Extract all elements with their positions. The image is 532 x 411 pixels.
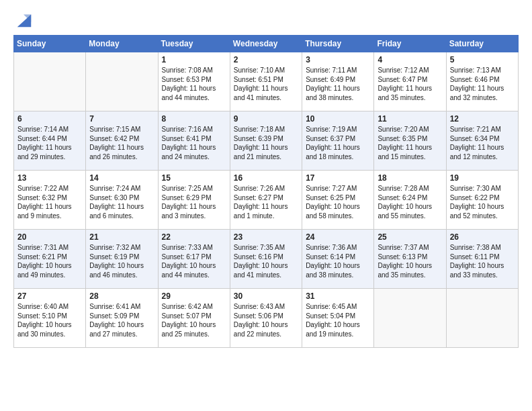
day-info: Sunrise: 7:25 AM Sunset: 6:29 PM Dayligh… <box>162 184 226 220</box>
calendar-cell <box>374 289 446 348</box>
weekday-header-monday: Monday <box>86 36 158 52</box>
day-info: Sunrise: 7:27 AM Sunset: 6:25 PM Dayligh… <box>306 184 370 220</box>
logo-icon <box>15 11 34 30</box>
day-info: Sunrise: 7:11 AM Sunset: 6:49 PM Dayligh… <box>306 66 370 102</box>
calendar-cell: 4Sunrise: 7:12 AM Sunset: 6:47 PM Daylig… <box>374 52 446 111</box>
calendar-cell <box>446 289 518 348</box>
day-number: 10 <box>306 114 370 124</box>
calendar-cell: 13Sunrise: 7:22 AM Sunset: 6:32 PM Dayli… <box>14 171 86 230</box>
day-info: Sunrise: 7:30 AM Sunset: 6:22 PM Dayligh… <box>450 184 515 220</box>
day-number: 5 <box>450 55 515 64</box>
calendar-cell: 26Sunrise: 7:38 AM Sunset: 6:11 PM Dayli… <box>446 230 518 289</box>
calendar: SundayMondayTuesdayWednesdayThursdayFrid… <box>13 35 519 348</box>
calendar-cell: 2Sunrise: 7:10 AM Sunset: 6:51 PM Daylig… <box>230 52 302 111</box>
calendar-cell: 28Sunrise: 6:41 AM Sunset: 5:09 PM Dayli… <box>86 289 158 348</box>
day-info: Sunrise: 6:42 AM Sunset: 5:07 PM Dayligh… <box>162 302 226 338</box>
day-number: 21 <box>89 232 154 242</box>
day-number: 23 <box>234 232 298 242</box>
calendar-cell: 6Sunrise: 7:14 AM Sunset: 6:44 PM Daylig… <box>14 111 86 171</box>
calendar-cell: 1Sunrise: 7:08 AM Sunset: 6:53 PM Daylig… <box>158 52 230 111</box>
calendar-cell: 24Sunrise: 7:36 AM Sunset: 6:14 PM Dayli… <box>302 230 374 289</box>
day-number: 11 <box>378 114 442 124</box>
calendar-cell: 29Sunrise: 6:42 AM Sunset: 5:07 PM Dayli… <box>158 289 230 348</box>
day-info: Sunrise: 7:22 AM Sunset: 6:32 PM Dayligh… <box>17 184 82 220</box>
day-number: 2 <box>234 55 298 64</box>
calendar-cell: 16Sunrise: 7:26 AM Sunset: 6:27 PM Dayli… <box>230 171 302 230</box>
day-info: Sunrise: 7:08 AM Sunset: 6:53 PM Dayligh… <box>162 66 226 102</box>
day-number: 24 <box>306 232 370 242</box>
day-number: 4 <box>378 55 442 64</box>
calendar-cell <box>86 52 158 111</box>
day-number: 17 <box>306 173 370 183</box>
day-number: 20 <box>17 232 82 242</box>
calendar-cell <box>14 52 86 111</box>
day-info: Sunrise: 7:18 AM Sunset: 6:39 PM Dayligh… <box>234 125 298 161</box>
day-number: 27 <box>17 291 82 301</box>
day-info: Sunrise: 6:43 AM Sunset: 5:06 PM Dayligh… <box>234 302 298 338</box>
calendar-cell: 19Sunrise: 7:30 AM Sunset: 6:22 PM Dayli… <box>446 171 518 230</box>
calendar-cell: 11Sunrise: 7:20 AM Sunset: 6:35 PM Dayli… <box>374 111 446 171</box>
calendar-cell: 10Sunrise: 7:19 AM Sunset: 6:37 PM Dayli… <box>302 111 374 171</box>
weekday-header-row: SundayMondayTuesdayWednesdayThursdayFrid… <box>14 36 519 52</box>
day-info: Sunrise: 7:13 AM Sunset: 6:46 PM Dayligh… <box>450 66 515 102</box>
day-info: Sunrise: 7:32 AM Sunset: 6:19 PM Dayligh… <box>89 243 154 279</box>
calendar-cell: 31Sunrise: 6:45 AM Sunset: 5:04 PM Dayli… <box>302 289 374 348</box>
day-info: Sunrise: 7:20 AM Sunset: 6:35 PM Dayligh… <box>378 125 442 161</box>
calendar-week-5: 27Sunrise: 6:40 AM Sunset: 5:10 PM Dayli… <box>14 289 519 348</box>
calendar-cell: 22Sunrise: 7:33 AM Sunset: 6:17 PM Dayli… <box>158 230 230 289</box>
day-number: 30 <box>234 291 298 301</box>
day-number: 22 <box>162 232 226 242</box>
day-info: Sunrise: 7:21 AM Sunset: 6:34 PM Dayligh… <box>450 125 515 161</box>
calendar-cell: 5Sunrise: 7:13 AM Sunset: 6:46 PM Daylig… <box>446 52 518 111</box>
calendar-cell: 3Sunrise: 7:11 AM Sunset: 6:49 PM Daylig… <box>302 52 374 111</box>
calendar-week-2: 6Sunrise: 7:14 AM Sunset: 6:44 PM Daylig… <box>14 111 519 171</box>
calendar-week-1: 1Sunrise: 7:08 AM Sunset: 6:53 PM Daylig… <box>14 52 519 111</box>
day-info: Sunrise: 6:40 AM Sunset: 5:10 PM Dayligh… <box>17 302 82 338</box>
calendar-cell: 7Sunrise: 7:15 AM Sunset: 6:42 PM Daylig… <box>86 111 158 171</box>
calendar-week-4: 20Sunrise: 7:31 AM Sunset: 6:21 PM Dayli… <box>14 230 519 289</box>
calendar-cell: 14Sunrise: 7:24 AM Sunset: 6:30 PM Dayli… <box>86 171 158 230</box>
day-info: Sunrise: 7:14 AM Sunset: 6:44 PM Dayligh… <box>17 125 82 161</box>
day-info: Sunrise: 7:28 AM Sunset: 6:24 PM Dayligh… <box>378 184 442 220</box>
calendar-cell: 9Sunrise: 7:18 AM Sunset: 6:39 PM Daylig… <box>230 111 302 171</box>
day-info: Sunrise: 7:36 AM Sunset: 6:14 PM Dayligh… <box>306 243 370 279</box>
day-number: 25 <box>378 232 442 242</box>
day-info: Sunrise: 6:45 AM Sunset: 5:04 PM Dayligh… <box>306 302 370 338</box>
day-number: 1 <box>162 55 226 64</box>
day-number: 29 <box>162 291 226 301</box>
day-number: 9 <box>234 114 298 124</box>
day-info: Sunrise: 7:38 AM Sunset: 6:11 PM Dayligh… <box>450 243 515 279</box>
day-info: Sunrise: 7:37 AM Sunset: 6:13 PM Dayligh… <box>378 243 442 279</box>
calendar-cell: 20Sunrise: 7:31 AM Sunset: 6:21 PM Dayli… <box>14 230 86 289</box>
calendar-cell: 12Sunrise: 7:21 AM Sunset: 6:34 PM Dayli… <box>446 111 518 171</box>
day-number: 28 <box>89 291 154 301</box>
day-number: 12 <box>450 114 515 124</box>
calendar-cell: 15Sunrise: 7:25 AM Sunset: 6:29 PM Dayli… <box>158 171 230 230</box>
logo <box>13 11 34 30</box>
calendar-cell: 23Sunrise: 7:35 AM Sunset: 6:16 PM Dayli… <box>230 230 302 289</box>
day-number: 18 <box>378 173 442 183</box>
day-number: 26 <box>450 232 515 242</box>
calendar-cell: 21Sunrise: 7:32 AM Sunset: 6:19 PM Dayli… <box>86 230 158 289</box>
day-info: Sunrise: 7:12 AM Sunset: 6:47 PM Dayligh… <box>378 66 442 102</box>
weekday-header-thursday: Thursday <box>302 36 374 52</box>
day-number: 7 <box>89 114 154 124</box>
day-info: Sunrise: 7:31 AM Sunset: 6:21 PM Dayligh… <box>17 243 82 279</box>
calendar-cell: 25Sunrise: 7:37 AM Sunset: 6:13 PM Dayli… <box>374 230 446 289</box>
day-number: 19 <box>450 173 515 183</box>
day-number: 8 <box>162 114 226 124</box>
calendar-cell: 30Sunrise: 6:43 AM Sunset: 5:06 PM Dayli… <box>230 289 302 348</box>
day-number: 6 <box>17 114 82 124</box>
weekday-header-tuesday: Tuesday <box>158 36 230 52</box>
calendar-cell: 18Sunrise: 7:28 AM Sunset: 6:24 PM Dayli… <box>374 171 446 230</box>
calendar-cell: 8Sunrise: 7:16 AM Sunset: 6:41 PM Daylig… <box>158 111 230 171</box>
day-number: 3 <box>306 55 370 64</box>
weekday-header-sunday: Sunday <box>14 36 86 52</box>
calendar-week-3: 13Sunrise: 7:22 AM Sunset: 6:32 PM Dayli… <box>14 171 519 230</box>
weekday-header-saturday: Saturday <box>446 36 518 52</box>
day-number: 31 <box>306 291 370 301</box>
weekday-header-friday: Friday <box>374 36 446 52</box>
day-number: 15 <box>162 173 226 183</box>
day-info: Sunrise: 7:10 AM Sunset: 6:51 PM Dayligh… <box>234 66 298 102</box>
calendar-cell: 17Sunrise: 7:27 AM Sunset: 6:25 PM Dayli… <box>302 171 374 230</box>
